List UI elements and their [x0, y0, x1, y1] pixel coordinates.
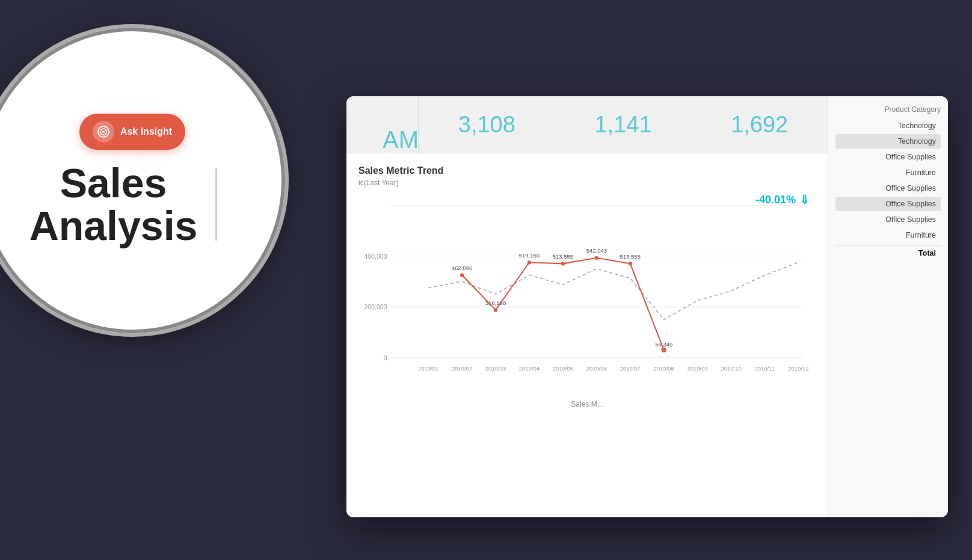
trend-arrow-icon: ⇓ — [799, 192, 810, 207]
title-line2: Analysis — [29, 205, 198, 247]
ask-insight-label: Ask Insight — [120, 126, 172, 137]
category-item-office-1[interactable]: Office Supplies — [835, 150, 941, 164]
trend-badge: -40.01% ⇓ — [755, 192, 810, 207]
svg-text:2019/09: 2019/09 — [687, 365, 707, 372]
svg-text:2019/01: 2019/01 — [418, 365, 438, 372]
svg-text:513,555: 513,555 — [620, 253, 641, 260]
trend-chart: 0 200,000 400,000 462,896 316 — [358, 192, 816, 396]
svg-text:400,000: 400,000 — [364, 253, 387, 260]
chart-title: Sales Metric Trend — [358, 165, 816, 176]
category-item-technology-2[interactable]: Technology — [835, 134, 941, 149]
svg-text:519,150: 519,150 — [519, 252, 540, 259]
svg-text:2019/03: 2019/03 — [485, 365, 506, 372]
category-item-furniture-2[interactable]: Furniture — [835, 228, 941, 242]
right-sidebar: Product Category Technology Technology O… — [828, 96, 948, 517]
svg-text:316,198: 316,198 — [485, 300, 506, 306]
svg-text:513,555: 513,555 — [553, 253, 573, 260]
category-item-total[interactable]: Total — [835, 245, 941, 260]
magnifier-circle: Ask Insight Sales Analysis — [0, 24, 289, 337]
svg-text:2019/06: 2019/06 — [586, 365, 607, 372]
svg-text:542,043: 542,043 — [586, 247, 607, 254]
partial-am-text: AM — [383, 126, 419, 153]
category-item-furniture-1[interactable]: Furniture — [835, 165, 941, 180]
category-item-office-4[interactable]: Office Supplies — [835, 212, 941, 227]
category-item-office-2[interactable]: Office Supplies — [835, 181, 941, 195]
svg-point-35 — [102, 131, 105, 133]
chart-subtitle: ic(Last Year) — [358, 179, 816, 187]
svg-point-10 — [561, 262, 565, 265]
metric-avg-order: 1,141 — [555, 96, 692, 153]
svg-point-7 — [460, 273, 464, 277]
svg-text:2019/12: 2019/12 — [788, 365, 808, 372]
svg-point-9 — [528, 260, 531, 264]
svg-text:2019/02: 2019/02 — [452, 365, 472, 372]
svg-text:200,000: 200,000 — [364, 303, 387, 310]
svg-text:2019/04: 2019/04 — [519, 365, 540, 372]
svg-text:2019/11: 2019/11 — [754, 365, 775, 372]
scene: 3,108 1,141 1,692 Product Number of Orde… — [0, 0, 972, 560]
sales-analysis-title: Sales Analysis — [29, 162, 198, 248]
svg-text:2019/05: 2019/05 — [553, 365, 573, 372]
metric-orders-value: 3,108 — [458, 113, 515, 136]
category-item-office-3[interactable]: Office Supplies — [835, 197, 941, 211]
category-item-technology-1[interactable]: Technology — [835, 118, 941, 133]
metric-avg-customer-value: 1,692 — [731, 113, 788, 136]
svg-text:2019/08: 2019/08 — [654, 365, 674, 372]
svg-point-12 — [629, 262, 632, 265]
chart-bottom-label: Sales M... — [358, 400, 816, 408]
svg-text:56,349: 56,349 — [655, 341, 672, 348]
svg-point-11 — [595, 256, 598, 260]
svg-text:2019/10: 2019/10 — [721, 365, 741, 372]
category-section-label: Product Category — [835, 105, 941, 114]
metric-orders: 3,108 — [419, 96, 555, 153]
svg-text:462,896: 462,896 — [452, 265, 472, 271]
category-list: Technology Technology Office Supplies Fu… — [835, 118, 941, 260]
svg-text:0: 0 — [384, 354, 387, 362]
svg-point-8 — [494, 308, 497, 312]
title-line1: Sales — [60, 162, 167, 205]
metric-avg-order-value: 1,141 — [594, 113, 651, 136]
dashboard-panel: 3,108 1,141 1,692 Product Number of Orde… — [346, 96, 948, 517]
ask-insight-icon — [93, 121, 114, 143]
metric-avg-customer: 1,692 — [691, 96, 828, 153]
svg-point-13 — [662, 348, 666, 352]
ask-insight-button[interactable]: Ask Insight — [79, 114, 185, 150]
magnifier-content-row: Sales Analysis — [29, 162, 236, 248]
chart-area: Sales Metric Trend ic(Last Year) -40.01%… — [346, 153, 828, 517]
svg-text:2019/07: 2019/07 — [620, 365, 641, 372]
magnifier-inner: Ask Insight Sales Analysis — [0, 28, 285, 333]
trend-value: -40.01% — [755, 194, 796, 206]
divider-line — [215, 168, 217, 241]
